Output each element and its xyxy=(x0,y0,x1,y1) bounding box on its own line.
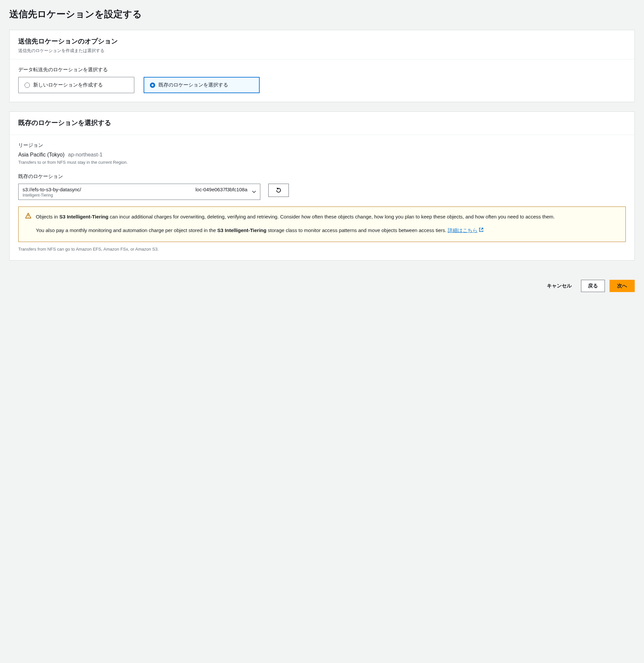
region-label: リージョン xyxy=(18,142,626,148)
panel-body: データ転送先のロケーションを選択する 新しいロケーションを作成する 既存のロケー… xyxy=(9,59,635,102)
wizard-actions: キャンセル 戻る 次へ xyxy=(9,270,635,292)
region-code: ap-northeast-1 xyxy=(68,152,103,158)
location-storage-class: Intelligent-Tiering xyxy=(23,193,256,198)
location-id: loc-049e0637f3bfc108a xyxy=(195,187,247,192)
panel-header: 既存のロケーションを選択する xyxy=(9,112,635,135)
panel-description: 送信先のロケーションを作成または選択する xyxy=(18,48,626,54)
location-mode-radio-group: 新しいロケーションを作成する 既存のロケーションを選択する xyxy=(18,77,626,93)
external-link-icon xyxy=(479,227,484,233)
location-select-row: s3://efs-to-s3-by-datasync/ loc-049e0637… xyxy=(18,184,626,200)
existing-location-panel: 既存のロケーションを選択する リージョン Asia Pacific (Tokyo… xyxy=(9,111,635,260)
radio-create-new-location[interactable]: 新しいロケーションを作成する xyxy=(18,77,134,93)
learn-more-link[interactable]: 詳細はこちら xyxy=(448,227,478,233)
location-path: s3://efs-to-s3-by-datasync/ xyxy=(23,187,81,192)
region-name: Asia Pacific (Tokyo) xyxy=(18,152,65,158)
panel-body: リージョン Asia Pacific (Tokyo) ap-northeast-… xyxy=(9,135,635,260)
choose-location-label: データ転送先のロケーションを選択する xyxy=(18,67,626,73)
back-button[interactable]: 戻る xyxy=(581,280,605,292)
radio-label: 新しいロケーションを作成する xyxy=(33,82,103,88)
radio-choose-existing-location[interactable]: 既存のロケーションを選択する xyxy=(143,77,260,93)
existing-location-select[interactable]: s3://efs-to-s3-by-datasync/ loc-049e0637… xyxy=(18,184,260,200)
warning-icon xyxy=(25,213,31,219)
cancel-button[interactable]: キャンセル xyxy=(542,280,576,292)
radio-checked-icon xyxy=(150,83,155,88)
transfer-destinations-note: Transfers from NFS can go to Amazon EFS,… xyxy=(18,247,626,252)
warning-paragraph-1: Objects in S3 Intelligent-Tiering can in… xyxy=(36,213,618,221)
chevron-down-icon xyxy=(252,191,256,193)
intelligent-tiering-warning: Objects in S3 Intelligent-Tiering can in… xyxy=(18,207,626,242)
panel-title: 送信先ロケーションのオプション xyxy=(18,37,626,46)
next-button[interactable]: 次へ xyxy=(609,280,635,292)
region-helper-text: Transfers to or from NFS must stay in th… xyxy=(18,160,626,165)
svg-line-2 xyxy=(481,228,483,230)
refresh-button[interactable] xyxy=(268,184,289,197)
refresh-icon xyxy=(275,187,282,193)
destination-options-panel: 送信先ロケーションのオプション 送信先のロケーションを作成または選択する データ… xyxy=(9,30,635,102)
svg-point-1 xyxy=(28,217,28,218)
region-value: Asia Pacific (Tokyo) ap-northeast-1 xyxy=(18,152,626,158)
warning-paragraph-2: You also pay a monthly monitoring and au… xyxy=(36,226,618,234)
page-title: 送信先ロケーションを設定する xyxy=(9,0,635,30)
radio-unchecked-icon xyxy=(25,83,30,88)
panel-header: 送信先ロケーションのオプション 送信先のロケーションを作成または選択する xyxy=(9,30,635,59)
radio-label: 既存のロケーションを選択する xyxy=(158,82,228,88)
panel-title: 既存のロケーションを選択する xyxy=(18,118,626,127)
existing-location-label: 既存のロケーション xyxy=(18,174,626,180)
